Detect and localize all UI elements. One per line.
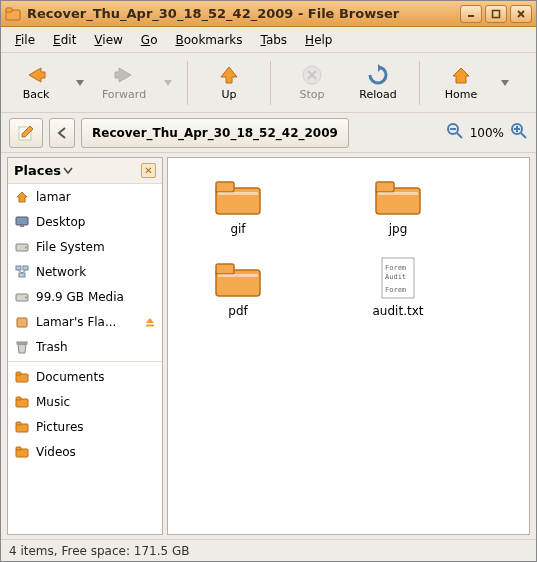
desktop-icon [14, 214, 30, 230]
folder-icon [14, 394, 30, 410]
titlebar: Recover_Thu_Apr_30_18_52_42_2009 - File … [1, 1, 536, 27]
status-bar: 4 items, Free space: 171.5 GB [1, 539, 536, 561]
up-button[interactable]: Up [200, 57, 258, 109]
sidebar-item-media[interactable]: 99.9 GB Media [8, 284, 162, 309]
trash-icon [14, 339, 30, 355]
sidebar: Places ✕ lamar Desktop File System [7, 157, 163, 535]
svg-rect-38 [16, 447, 21, 450]
zoom-out-button[interactable] [446, 122, 464, 143]
file-item[interactable]: ForemAuditForem audit.txt [348, 256, 448, 318]
home-icon [14, 189, 30, 205]
folder-icon [212, 174, 264, 218]
svg-rect-23 [19, 273, 25, 277]
chevron-down-icon [63, 164, 73, 178]
stop-button: Stop [283, 57, 341, 109]
zoom-level: 100% [470, 126, 504, 140]
home-icon [449, 64, 473, 86]
sidebar-item-home[interactable]: lamar [8, 184, 162, 209]
svg-rect-36 [16, 422, 21, 425]
svg-rect-21 [16, 266, 21, 270]
svg-line-11 [457, 133, 462, 138]
svg-rect-3 [493, 10, 500, 17]
drive-icon [14, 289, 30, 305]
toolbar: Back Forward Up Stop Reload Home [1, 53, 536, 113]
sidebar-item-trash[interactable]: Trash [8, 334, 162, 359]
app-icon [5, 6, 21, 22]
folder-icon [14, 419, 30, 435]
svg-rect-47 [218, 274, 258, 277]
window-title: Recover_Thu_Apr_30_18_52_42_2009 - File … [27, 6, 460, 21]
menu-view[interactable]: View [86, 30, 130, 50]
network-icon [14, 264, 30, 280]
eject-button[interactable] [144, 316, 156, 328]
text-file-icon: ForemAuditForem [372, 256, 424, 300]
edit-location-button[interactable] [9, 118, 43, 148]
svg-rect-34 [16, 397, 21, 400]
maximize-button[interactable] [485, 5, 507, 23]
folder-icon [372, 174, 424, 218]
path-back-button[interactable] [49, 118, 75, 148]
svg-rect-41 [218, 192, 258, 195]
sidebar-bookmark-documents[interactable]: Documents [8, 364, 162, 389]
zoom-in-icon [510, 122, 528, 140]
back-button[interactable]: Back [7, 57, 65, 109]
stop-icon [301, 64, 323, 86]
sidebar-bookmark-music[interactable]: Music [8, 389, 162, 414]
folder-icon [14, 369, 30, 385]
folder-item[interactable]: pdf [188, 256, 288, 318]
svg-text:Audit: Audit [385, 273, 406, 281]
menu-help[interactable]: Help [297, 30, 340, 50]
menu-file[interactable]: File [7, 30, 43, 50]
location-bar: Recover_Thu_Apr_30_18_52_42_2009 100% [1, 113, 536, 153]
chevron-left-icon [57, 127, 67, 139]
zoom-in-button[interactable] [510, 122, 528, 143]
icon-view[interactable]: gif jpg pdf ForemAuditForem audit.txt [167, 157, 530, 535]
svg-line-5 [518, 11, 524, 17]
svg-rect-17 [16, 217, 28, 225]
svg-rect-43 [376, 182, 394, 192]
sidebar-item-removable[interactable]: Lamar's Fla... [8, 309, 162, 334]
menu-tabs[interactable]: Tabs [253, 30, 296, 50]
arrow-up-icon [217, 64, 241, 86]
menubar: File Edit View Go Bookmarks Tabs Help [1, 27, 536, 53]
sidebar-close-button[interactable]: ✕ [141, 163, 156, 178]
sidebar-item-filesystem[interactable]: File System [8, 234, 162, 259]
svg-line-4 [518, 11, 524, 17]
arrow-right-icon [111, 64, 137, 86]
svg-rect-28 [17, 318, 27, 327]
folder-icon [212, 256, 264, 300]
back-menu[interactable] [73, 57, 87, 109]
home-button[interactable]: Home [432, 57, 490, 109]
sidebar-item-network[interactable]: Network [8, 259, 162, 284]
svg-text:Forem: Forem [385, 264, 406, 272]
minimize-button[interactable] [460, 5, 482, 23]
svg-rect-18 [20, 225, 24, 227]
status-text: 4 items, Free space: 171.5 GB [9, 544, 189, 558]
zoom-out-icon [446, 122, 464, 140]
sidebar-header[interactable]: Places ✕ [8, 158, 162, 184]
sidebar-item-desktop[interactable]: Desktop [8, 209, 162, 234]
svg-rect-44 [378, 192, 418, 195]
drive-icon [14, 239, 30, 255]
menu-edit[interactable]: Edit [45, 30, 84, 50]
sidebar-list: lamar Desktop File System Network 99.9 G… [8, 184, 162, 534]
sidebar-bookmark-pictures[interactable]: Pictures [8, 414, 162, 439]
menu-bookmarks[interactable]: Bookmarks [167, 30, 250, 50]
home-menu[interactable] [498, 57, 512, 109]
svg-rect-46 [216, 264, 234, 274]
reload-button[interactable]: Reload [349, 57, 407, 109]
svg-rect-29 [146, 324, 154, 326]
svg-rect-40 [216, 182, 234, 192]
folder-item[interactable]: gif [188, 174, 288, 236]
svg-rect-30 [17, 342, 27, 344]
path-segment[interactable]: Recover_Thu_Apr_30_18_52_42_2009 [81, 118, 349, 148]
folder-item[interactable]: jpg [348, 174, 448, 236]
svg-rect-22 [23, 266, 28, 270]
forward-button: Forward [95, 57, 153, 109]
menu-go[interactable]: Go [133, 30, 166, 50]
file-browser-window: Recover_Thu_Apr_30_18_52_42_2009 - File … [0, 0, 537, 562]
arrow-left-icon [23, 64, 49, 86]
pencil-paper-icon [17, 124, 35, 142]
close-button[interactable] [510, 5, 532, 23]
sidebar-bookmark-videos[interactable]: Videos [8, 439, 162, 464]
